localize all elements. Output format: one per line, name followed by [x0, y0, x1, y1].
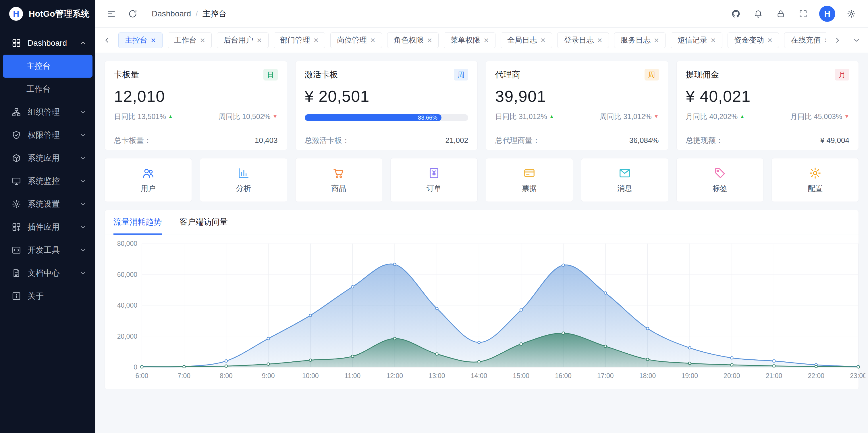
stat-compare-left: 日同比 13,501%	[114, 112, 173, 121]
chevron-down-icon	[79, 108, 87, 116]
trend-icon	[168, 114, 173, 120]
sidebar-item-org[interactable]: 组织管理	[0, 100, 95, 124]
tab-close-icon[interactable]: ×	[151, 36, 156, 45]
quick-action-config[interactable]: 配置	[772, 158, 859, 202]
tab-label: 主控台	[125, 35, 147, 45]
quick-action-users[interactable]: 用户	[104, 158, 192, 202]
quick-action-label: 票据	[522, 183, 537, 194]
devtools-icon	[11, 245, 21, 255]
messages-icon	[618, 167, 631, 180]
app-logo[interactable]: H HotGo管理系统	[0, 0, 95, 28]
tabbar: 主控台×工作台×后台用户×部门管理×岗位管理×角色权限×菜单权限×全局日志×登录…	[95, 28, 868, 53]
quick-action-messages[interactable]: 消息	[581, 158, 669, 202]
tabs-scroll-right-button[interactable]	[830, 33, 845, 48]
sidebar-item-settings[interactable]: 系统设置	[0, 193, 95, 215]
quick-action-analysis[interactable]: 分析	[200, 158, 287, 202]
collapse-sidebar-button[interactable]	[105, 7, 118, 20]
tab-close-icon[interactable]: ×	[597, 36, 602, 45]
quick-action-tickets[interactable]: 票据	[486, 158, 573, 202]
breadcrumb-root[interactable]: Dashboard	[152, 9, 191, 19]
tab-item[interactable]: 后台用户×	[217, 32, 269, 48]
tab-label: 岗位管理	[337, 35, 367, 45]
trend-icon	[654, 114, 659, 120]
tab-close-icon[interactable]: ×	[200, 36, 205, 45]
stat-card-badge: 月	[835, 69, 849, 81]
quick-action-goods[interactable]: 商品	[295, 158, 382, 202]
user-avatar[interactable]: H	[819, 6, 835, 22]
sidebar-item-devtools[interactable]: 开发工具	[0, 239, 95, 262]
tab-item[interactable]: 资金变动×	[727, 32, 779, 48]
tab-item[interactable]: 服务日志×	[614, 32, 666, 48]
sidebar-menu: Dashboard主控台工作台组织管理权限管理系统应用系统监控系统设置插件应用开…	[0, 28, 95, 308]
stat-footer-value: 36,084%	[629, 136, 659, 145]
trend-icon	[549, 114, 554, 120]
tab-item[interactable]: 短信记录×	[671, 32, 722, 48]
stat-card-commission: 提现佣金 月 ¥ 40,021 月同比 40,202% 月同比 45,003% …	[676, 61, 859, 150]
quick-action-tags[interactable]: 标签	[676, 158, 764, 202]
tab-close-icon[interactable]: ×	[768, 36, 773, 45]
tab-traffic-trend[interactable]: 流量消耗趋势	[114, 210, 162, 235]
sidebar-item-console[interactable]: 主控台	[3, 55, 92, 78]
svg-text:22:00: 22:00	[808, 372, 825, 379]
sidebar-item-docs[interactable]: 文档中心	[0, 262, 95, 285]
stat-card-title: 提现佣金	[686, 69, 719, 81]
sidebar-item-system-app[interactable]: 系统应用	[0, 147, 95, 170]
sidebar-item-dashboard[interactable]: Dashboard	[0, 32, 95, 55]
stat-footer-label: 总代理商量：	[495, 136, 540, 145]
chevron-down-icon	[79, 132, 87, 139]
tab-close-icon[interactable]: ×	[540, 36, 546, 45]
tab-close-icon[interactable]: ×	[484, 36, 489, 45]
sidebar-subitem-label: 工作台	[26, 84, 51, 95]
tabs-dropdown-button[interactable]	[849, 33, 864, 48]
sidebar-item-label: 系统设置	[28, 199, 73, 210]
tab-close-icon[interactable]: ×	[257, 36, 262, 45]
tab-close-icon[interactable]: ×	[824, 36, 826, 45]
quick-action-label: 配置	[808, 183, 823, 194]
refresh-button[interactable]	[126, 7, 139, 20]
tab-client-visits[interactable]: 客户端访问量	[180, 210, 228, 235]
sidebar-item-monitor[interactable]: 系统监控	[0, 170, 95, 193]
tab-item[interactable]: 菜单权限×	[444, 32, 495, 48]
quick-action-label: 标签	[712, 183, 727, 194]
page-settings-gear-icon[interactable]	[845, 7, 858, 20]
tab-item[interactable]: 角色权限×	[387, 32, 439, 48]
svg-text:14:00: 14:00	[471, 372, 488, 379]
trend-icon	[844, 114, 849, 120]
tabs-scroll-left-button[interactable]	[99, 33, 114, 48]
github-icon[interactable]	[730, 7, 742, 20]
tab-close-icon[interactable]: ×	[370, 36, 375, 45]
sidebar-item-permission[interactable]: 权限管理	[0, 124, 95, 147]
stat-compare-right: 周同比 31,012%	[600, 112, 659, 121]
tab-item[interactable]: 主控台×	[118, 32, 162, 48]
monitor-icon	[11, 176, 21, 186]
tab-item[interactable]: 全局日志×	[501, 32, 552, 48]
tab-close-icon[interactable]: ×	[654, 36, 659, 45]
tab-item[interactable]: 工作台×	[168, 32, 212, 48]
stat-footer-value: 21,002	[445, 136, 468, 145]
svg-text:21:00: 21:00	[766, 372, 782, 379]
tab-close-icon[interactable]: ×	[711, 36, 716, 45]
sidebar-item-workbench[interactable]: 工作台	[3, 78, 92, 100]
tab-label: 后台用户	[223, 35, 253, 45]
svg-text:7:00: 7:00	[178, 372, 190, 379]
tab-item[interactable]: 岗位管理×	[330, 32, 382, 48]
chevron-down-icon	[79, 247, 87, 254]
lock-screen-icon[interactable]	[774, 7, 787, 20]
notification-bell-icon[interactable]	[752, 7, 765, 20]
page-content: 卡板量 日 12,010 日同比 13,501% 周同比 10,502% 总卡板…	[95, 53, 868, 433]
docs-icon	[11, 268, 21, 278]
tab-close-icon[interactable]: ×	[314, 36, 319, 45]
progress-label: 83.66%	[418, 114, 437, 121]
stat-footer-label: 总卡板量：	[114, 136, 151, 145]
svg-text:19:00: 19:00	[681, 372, 698, 379]
tab-item[interactable]: 登录日志×	[557, 32, 609, 48]
fullscreen-icon[interactable]	[797, 7, 809, 20]
sidebar-item-about[interactable]: 关于	[0, 285, 95, 308]
sidebar-item-label: 开发工具	[28, 245, 73, 256]
sidebar-item-plugin[interactable]: 插件应用	[0, 215, 95, 239]
quick-action-orders[interactable]: 订单	[390, 158, 478, 202]
tab-item[interactable]: 在线充值×	[784, 32, 826, 48]
trend-icon	[740, 114, 745, 120]
tab-item[interactable]: 部门管理×	[274, 32, 326, 48]
tab-close-icon[interactable]: ×	[427, 36, 432, 45]
